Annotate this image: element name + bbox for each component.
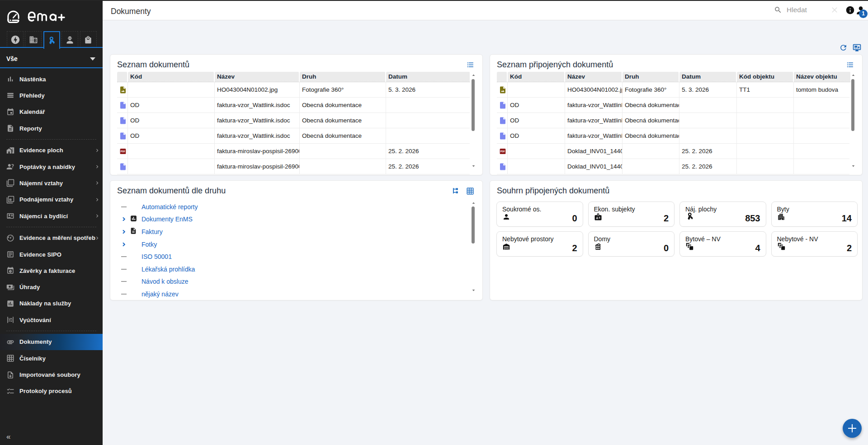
- svg-text:PDF: PDF: [121, 150, 126, 153]
- svg-text:PDF: PDF: [500, 150, 505, 153]
